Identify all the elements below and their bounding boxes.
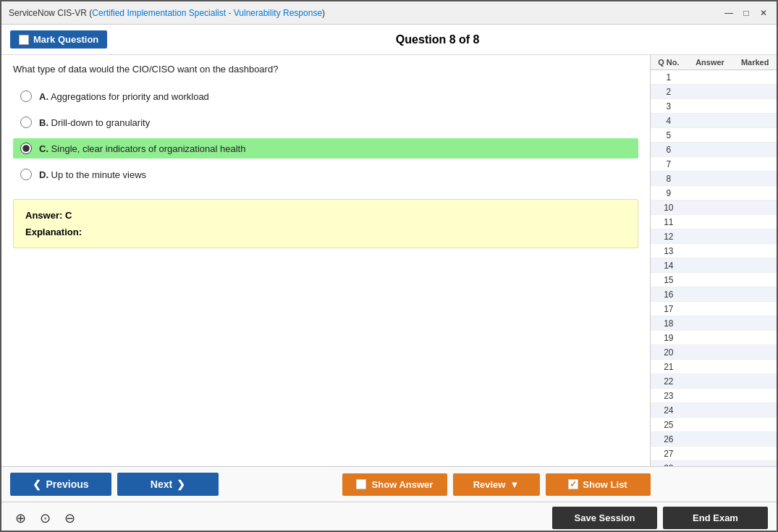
top-toolbar: Mark Question Question 8 of 8 (1, 25, 777, 55)
q-list-row[interactable]: 11 (651, 215, 777, 229)
question-panel: What type of data would the CIO/CISO wan… (1, 55, 650, 466)
q-row-number: 10 (651, 203, 687, 213)
q-row-number: 24 (651, 405, 687, 415)
q-row-number: 1 (651, 72, 687, 83)
q-row-number: 21 (651, 362, 687, 372)
zoom-out-button[interactable]: ⊖ (59, 508, 80, 528)
q-row-number: 22 (651, 376, 687, 387)
radio-c[interactable] (20, 143, 32, 154)
explanation-text: Explanation: (25, 227, 626, 237)
q-row-number: 5 (651, 130, 687, 140)
mark-question-label: Mark Question (33, 34, 98, 45)
save-session-button[interactable]: Save Session (552, 507, 657, 529)
zoom-in-button[interactable]: ⊕ (10, 508, 30, 528)
previous-button[interactable]: ❮ Previous (10, 473, 111, 496)
q-list-row[interactable]: 23 (651, 389, 777, 403)
end-exam-label: End Exam (693, 512, 738, 523)
q-list-row[interactable]: 17 (651, 302, 777, 316)
show-list-checkbox-icon: ✓ (568, 479, 578, 489)
radio-b[interactable] (20, 117, 32, 128)
show-list-button[interactable]: ✓ Show List (546, 473, 651, 496)
next-label: Next (151, 478, 172, 490)
mark-checkbox-icon (19, 35, 29, 45)
q-row-number: 25 (651, 420, 687, 430)
q-row-number: 23 (651, 391, 687, 401)
q-list-row[interactable]: 7 (651, 157, 777, 172)
q-list-row[interactable]: 10 (651, 200, 777, 215)
q-list-row[interactable]: 3 (651, 99, 777, 114)
q-list-row[interactable]: 1 (651, 70, 777, 85)
q-row-number: 7 (651, 159, 687, 169)
bottom-toolbar-center: Show Answer Review ▼ ✓ Show List (224, 473, 768, 496)
q-list-row[interactable]: 20 (651, 345, 777, 360)
next-button[interactable]: Next ❯ (117, 473, 219, 496)
bottom-toolbar-left: ❮ Previous Next ❯ (10, 473, 219, 496)
q-row-number: 17 (651, 304, 687, 314)
option-b[interactable]: B. Drill-down to granularity (13, 112, 638, 132)
q-list-row[interactable]: 26 (651, 432, 777, 447)
title-bar-controls: — □ ✕ (723, 7, 769, 19)
title-link[interactable]: Certified Implementation Specialist - Vu… (92, 8, 322, 18)
option-a[interactable]: A. Aggregations for priority and workloa… (13, 86, 638, 106)
q-row-number: 3 (651, 101, 687, 111)
maximize-button[interactable]: □ (740, 7, 752, 19)
col-header-marked: Marked (733, 58, 777, 67)
review-button[interactable]: Review ▼ (453, 473, 540, 496)
radio-d[interactable] (20, 169, 32, 180)
zoom-reset-button[interactable]: ⊙ (35, 508, 55, 528)
q-row-number: 12 (651, 232, 687, 242)
mark-question-button[interactable]: Mark Question (10, 30, 107, 48)
question-text: What type of data would the CIO/CISO wan… (13, 64, 638, 75)
q-list-rows: 1 2 3 4 5 6 7 8 (651, 70, 777, 466)
q-list-row[interactable]: 21 (651, 360, 777, 374)
content-area: What type of data would the CIO/CISO wan… (1, 55, 777, 466)
col-header-answer: Answer (687, 58, 734, 67)
q-row-number: 6 (651, 145, 687, 155)
option-c[interactable]: C. Single, clear indicators of organizat… (13, 138, 638, 159)
q-row-number: 13 (651, 246, 687, 256)
answer-box: Answer: C Explanation: (13, 199, 638, 248)
q-list-row[interactable]: 25 (651, 418, 777, 432)
q-list-row[interactable]: 27 (651, 447, 777, 461)
q-list-row[interactable]: 18 (651, 316, 777, 331)
q-row-number: 4 (651, 116, 687, 126)
q-row-number: 27 (651, 449, 687, 459)
prev-arrow-icon: ❮ (33, 478, 41, 490)
bottom-toolbar2: ⊕ ⊙ ⊖ Save Session End Exam (1, 502, 777, 532)
q-list-row[interactable]: 19 (651, 331, 777, 345)
q-list-row[interactable]: 16 (651, 287, 777, 302)
q-list-row[interactable]: 6 (651, 143, 777, 157)
close-button[interactable]: ✕ (758, 7, 769, 19)
q-list-row[interactable]: 8 (651, 172, 777, 186)
q-list-row[interactable]: 5 (651, 128, 777, 143)
q-list-row[interactable]: 9 (651, 186, 777, 200)
review-label: Review (473, 479, 506, 490)
option-d[interactable]: D. Up to the minute views (13, 164, 638, 185)
next-arrow-icon: ❯ (177, 478, 185, 490)
show-answer-checkbox-icon (356, 479, 366, 489)
show-answer-button[interactable]: Show Answer (342, 473, 447, 496)
q-list-row[interactable]: 28 (651, 461, 777, 466)
q-list-row[interactable]: 13 (651, 244, 777, 258)
end-exam-button[interactable]: End Exam (663, 507, 768, 529)
col-header-qno: Q No. (651, 58, 687, 67)
q-row-number: 20 (651, 347, 687, 358)
option-c-label: C. Single, clear indicators of organizat… (39, 143, 245, 154)
q-row-number: 8 (651, 174, 687, 184)
radio-a[interactable] (20, 90, 32, 102)
q-list-row[interactable]: 14 (651, 258, 777, 273)
q-list-row[interactable]: 4 (651, 114, 777, 128)
q-row-number: 26 (651, 434, 687, 444)
q-row-number: 19 (651, 333, 687, 343)
show-list-label: Show List (583, 479, 627, 490)
q-row-number: 15 (651, 275, 687, 285)
q-list-row[interactable]: 22 (651, 374, 777, 389)
q-list-row[interactable]: 2 (651, 85, 777, 99)
q-list-row[interactable]: 12 (651, 229, 777, 244)
main-container: Mark Question Question 8 of 8 What type … (1, 25, 777, 532)
q-list-row[interactable]: 15 (651, 273, 777, 287)
zoom-icons: ⊕ ⊙ ⊖ (10, 508, 546, 528)
minimize-button[interactable]: — (723, 7, 735, 19)
q-list-row[interactable]: 24 (651, 403, 777, 418)
save-session-label: Save Session (575, 512, 635, 523)
